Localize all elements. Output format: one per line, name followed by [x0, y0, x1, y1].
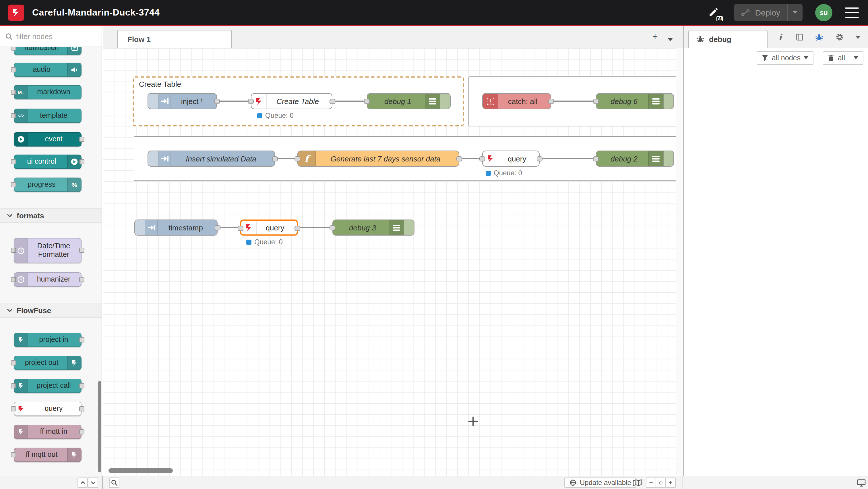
sidebar-tab-info[interactable]: i	[773, 26, 787, 48]
output-port[interactable]	[537, 156, 542, 162]
node-catch-all[interactable]: ! catch: all	[482, 93, 551, 109]
palette-node-markdown[interactable]: M↓ markdown	[14, 85, 82, 99]
palette-node-ui-control[interactable]: ui control	[14, 154, 82, 169]
ai-assistant-button[interactable]: AI	[705, 4, 722, 21]
palette-node-query[interactable]: query	[14, 402, 82, 416]
wire[interactable]	[551, 100, 596, 102]
debug-toggle-button[interactable]	[440, 94, 450, 109]
output-port[interactable]	[272, 156, 278, 162]
palette-node-datetime-formatter[interactable]: Date/Time Formatter	[14, 238, 82, 263]
palette-node-humanizer[interactable]: humanizer	[14, 272, 82, 287]
input-port[interactable]	[479, 156, 485, 162]
palette-node-event[interactable]: event	[14, 132, 82, 146]
update-available-button[interactable]: Update available	[564, 478, 637, 488]
main-menu-button[interactable]	[845, 7, 859, 18]
deploy-options-caret[interactable]	[787, 4, 803, 21]
sidebar-tab-help[interactable]	[792, 26, 807, 48]
input-port[interactable]	[593, 156, 599, 162]
wire[interactable]	[459, 158, 482, 159]
palette-node-notification[interactable]: notification	[14, 47, 82, 55]
node-debug-1[interactable]: debug 1	[367, 93, 451, 109]
canvas-horizontal-scrollbar[interactable]	[108, 468, 173, 473]
output-port[interactable]	[294, 226, 300, 231]
chevron-down-icon	[855, 35, 860, 39]
input-port[interactable]	[364, 99, 370, 104]
inject-trigger-button[interactable]	[135, 220, 145, 235]
deploy-button[interactable]: Deploy	[735, 4, 803, 21]
palette-node-progress[interactable]: % progress	[14, 177, 82, 192]
flowfuse-logo-icon[interactable]	[8, 4, 24, 20]
sidebar-tab-config[interactable]	[832, 26, 847, 48]
tab-list-caret[interactable]	[668, 33, 673, 44]
status-text: Queue: 0	[254, 238, 283, 246]
node-timestamp-inject[interactable]: timestamp	[134, 220, 218, 236]
node-query-3-selected[interactable]: query	[240, 220, 298, 236]
inject-trigger-button[interactable]	[148, 94, 158, 109]
add-flow-button[interactable]: +	[649, 31, 661, 42]
palette-node-project-in[interactable]: project in	[14, 333, 82, 347]
canvas-search-button[interactable]	[109, 478, 119, 488]
debug-filter-button[interactable]: all nodes	[757, 51, 814, 65]
node-inject-1[interactable]: inject ¹	[148, 93, 217, 109]
node-debug-6[interactable]: debug 6	[596, 93, 674, 109]
palette-node-project-call[interactable]: project call	[14, 379, 82, 393]
node-debug-3[interactable]: debug 3	[332, 220, 414, 236]
wire[interactable]	[217, 100, 251, 102]
user-avatar[interactable]: su	[815, 4, 832, 21]
expand-sidebar-button[interactable]	[856, 478, 867, 488]
debug-toggle-button[interactable]	[663, 151, 673, 166]
palette-filter-input[interactable]	[16, 32, 91, 40]
zoom-reset-button[interactable]: ○	[656, 478, 666, 488]
output-port[interactable]	[214, 99, 220, 104]
debug-clear-button[interactable]: all	[823, 51, 863, 65]
node-label: query	[498, 151, 536, 166]
deploy-label: Deploy	[755, 8, 780, 17]
zoom-in-button[interactable]: +	[665, 478, 676, 488]
palette-node-ff-mqtt-in[interactable]: ff mqtt in	[14, 425, 82, 439]
input-port[interactable]	[593, 99, 599, 104]
wire[interactable]	[332, 100, 367, 102]
navigator-toggle-button[interactable]	[631, 478, 642, 488]
input-port[interactable]	[294, 156, 300, 162]
palette-node-project-out[interactable]: project out	[14, 356, 82, 370]
zoom-out-button[interactable]: −	[646, 478, 656, 488]
palette-section-formats[interactable]: formats	[0, 208, 102, 223]
input-port[interactable]	[248, 99, 254, 104]
palette-section-flowfuse[interactable]: FlowFuse	[0, 303, 102, 318]
palette-node-template[interactable]: </> template	[14, 109, 82, 123]
wire[interactable]	[298, 227, 332, 228]
input-port[interactable]	[238, 226, 243, 231]
input-port[interactable]	[330, 225, 335, 230]
sidebar-tab-debug-icon[interactable]	[812, 26, 827, 48]
cursor-crosshair	[472, 416, 474, 426]
palette-collapse-all-button[interactable]	[78, 478, 88, 488]
output-port[interactable]	[456, 156, 462, 162]
palette-node-audio[interactable]: audio	[14, 63, 82, 77]
inject-trigger-button[interactable]	[148, 151, 158, 166]
debug-toggle-button[interactable]	[404, 220, 414, 235]
node-function-generate-data[interactable]: f Generate last 7 days sensor data	[298, 150, 459, 167]
node-create-table-query[interactable]: Create Table	[251, 93, 332, 109]
wire[interactable]	[218, 227, 240, 228]
palette-scrollbar[interactable]	[98, 381, 101, 472]
canvas-vertical-scrollbar-track[interactable]	[676, 48, 683, 476]
palette-node-label: humanizer	[14, 273, 81, 286]
node-debug-2[interactable]: debug 2	[596, 150, 674, 167]
wire[interactable]	[539, 158, 596, 159]
output-port[interactable]	[330, 99, 335, 104]
node-insert-simulated-data[interactable]: Insert simulated Data	[148, 150, 275, 167]
palette-expand-all-button[interactable]	[88, 478, 98, 488]
node-query-2[interactable]: query	[482, 150, 539, 167]
sidebar-tab-debug[interactable]: debug	[688, 30, 768, 48]
output-port[interactable]	[215, 225, 220, 230]
tab-flow-1[interactable]: Flow 1	[117, 30, 232, 48]
palette-search[interactable]	[0, 26, 102, 47]
output-port[interactable]	[548, 99, 554, 104]
flow-canvas[interactable]: Create Table inject ¹ Create Table	[103, 48, 676, 476]
palette-node-ff-mqtt-out[interactable]: ff mqtt out	[14, 448, 82, 462]
wire[interactable]	[275, 158, 298, 159]
debug-toggle-button[interactable]	[663, 94, 673, 109]
node-label: debug 6	[601, 94, 647, 109]
inject-arrow-icon	[145, 220, 158, 235]
sidebar-menu-caret[interactable]	[850, 26, 865, 48]
